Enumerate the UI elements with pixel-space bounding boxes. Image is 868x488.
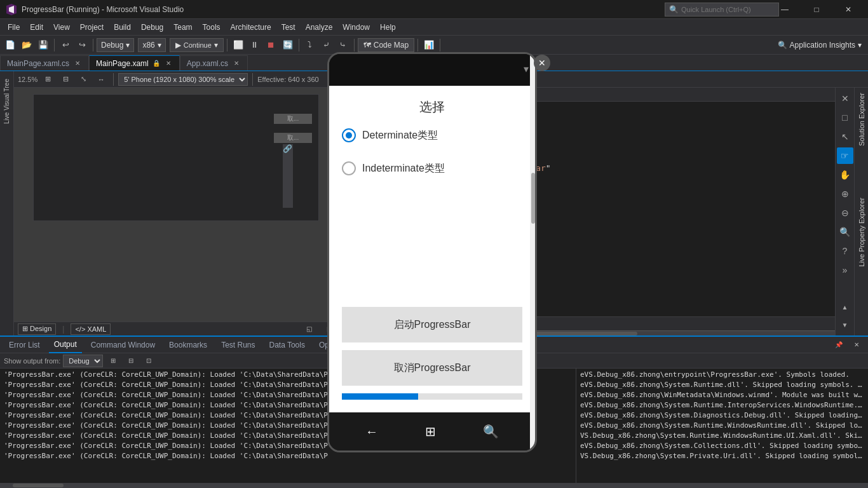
output-horizontal-scrollbar[interactable] [0,483,868,488]
pan-tool-icon[interactable]: ✋ [837,166,853,183]
output-pin-icon[interactable]: 📌 [831,337,846,353]
tab-command-window[interactable]: Command Window [86,337,160,353]
scroll-up-icon[interactable]: ▲ [837,299,853,315]
output-right-line-1: eVS.Debug_x86.zhong\entrypoint\ProgressB… [580,370,864,380]
phone-home-icon[interactable]: ⊞ [425,424,436,439]
snap-icon[interactable]: ⊟ [58,72,73,87]
tab-app-xaml-cs[interactable]: App.xaml.cs ✕ [180,55,248,71]
radio-determinate-dot [346,132,352,139]
tab-data-tools[interactable]: Data Tools [264,337,309,353]
solution-explorer-label[interactable]: Solution Explorer [858,88,865,151]
app-insights-button[interactable]: 🔍 Application Insights ▾ [774,38,865,52]
zoom-out-tool-icon[interactable]: ⊖ [837,205,853,221]
cancel-progressbar-button[interactable]: 取消ProgressBar [342,350,522,386]
phone-side-scrollbar[interactable] [530,54,535,451]
zoom-in-tool-icon[interactable]: ⊕ [837,186,853,202]
output-right-line-4: eVS.Debug_x86.zhong\System.Runtime.Inter… [580,400,864,410]
menu-debug[interactable]: Debug [136,19,168,36]
output-close-icon[interactable]: ✕ [849,337,864,353]
menu-team[interactable]: Team [168,19,197,36]
radio-indeterminate-circle[interactable] [342,161,356,175]
radio-indeterminate[interactable]: Indeterminate类型 [342,161,522,175]
continue-button[interactable]: ▶ ▶ Continue Continue ▾ [170,38,224,52]
tab-close-active-icon[interactable]: ✕ [164,59,173,68]
quick-launch-bar[interactable]: 🔍 [665,3,779,17]
phone-back-icon[interactable]: ← [365,424,378,439]
grid-icon[interactable]: ⊞ [40,72,55,87]
output-toolbar-btn1[interactable]: ⊞ [105,353,121,369]
phone-top-bar: ▾ [329,54,535,86]
step-over-icon[interactable]: ⤵ [302,37,318,53]
tab-error-list[interactable]: Error List [4,337,45,353]
menu-tools[interactable]: Tools [198,19,226,36]
output-toolbar-btn3[interactable]: ⊡ [141,353,156,369]
scroll-down-icon[interactable]: ▼ [837,316,853,333]
step-into-icon[interactable]: ⤶ [319,37,334,53]
menu-analyze[interactable]: Analyze [301,19,338,36]
platform-dropdown[interactable]: x86 ▾ [138,38,165,52]
close-button[interactable]: ✕ [834,0,863,19]
tab-output[interactable]: Output [49,337,82,353]
search-tool-icon[interactable]: 🔍 [837,224,853,240]
menu-build[interactable]: Build [109,19,136,36]
menu-view[interactable]: View [48,19,75,36]
menu-test[interactable]: Test [276,19,301,36]
output-scrollbar-thumb[interactable] [13,484,64,487]
tab-mainpage-xaml-cs[interactable]: MainPage.xaml.cs ✕ [0,55,89,71]
zoom-to-fit-icon[interactable]: ⤡ [76,72,91,87]
design-view-button[interactable]: ⊞ Design [18,323,56,335]
pointer-tool-icon[interactable]: ↖ [837,128,853,145]
menu-edit[interactable]: Edit [25,19,48,36]
menu-help[interactable]: Help [375,19,401,36]
phone-progress-bar [342,393,522,400]
scroll-icon[interactable]: ↔ [93,72,109,87]
diagnostics-icon[interactable]: 📊 [421,37,437,53]
menu-project[interactable]: Project [75,19,109,36]
pause-icon[interactable]: ⏸ [247,37,262,53]
tab-close-app-icon[interactable]: ✕ [232,59,241,68]
radio-determinate-circle[interactable] [342,128,356,142]
quick-launch-input[interactable] [681,6,775,13]
start-progressbar-button[interactable]: 启动ProgressBar [342,307,522,342]
breakpoints-icon[interactable]: ⬜ [231,37,246,53]
menu-window[interactable]: Window [337,19,375,36]
expand-panel-icon[interactable]: □ [837,109,853,126]
help-tool-icon[interactable]: ? [837,243,853,259]
xaml-view-button[interactable]: </> XAML [71,323,111,335]
new-project-icon[interactable]: 📄 [3,37,18,53]
open-file-icon[interactable]: 📂 [19,37,34,53]
more-tools-icon[interactable]: » [837,262,853,278]
tab-mainpage-xaml[interactable]: MainPage.xaml 🔒 ✕ [89,55,180,71]
codemap-button[interactable]: 🗺 Code Map [358,38,414,52]
designer-canvas[interactable]: 取... 取... 🔗 [14,88,341,322]
step-out-icon[interactable]: ⤷ [336,37,351,53]
restart-icon[interactable]: 🔄 [280,37,295,53]
live-property-explorer-label[interactable]: Live Property Explorer [858,193,865,272]
debug-config-dropdown[interactable]: Debug ▾ [97,38,134,52]
radio-determinate[interactable]: Determinate类型 [342,128,522,142]
save-icon[interactable]: 💾 [36,37,51,53]
menu-file[interactable]: File [3,19,25,36]
stop-icon[interactable]: ⏹ [264,37,279,53]
output-source-dropdown[interactable]: Debug [63,355,103,367]
device-selector[interactable]: 5' Phone (1920 x 1080) 300% scale [118,73,248,86]
link-icon: 🔗 [283,144,293,208]
expand-icon[interactable]: ◱ [301,322,316,336]
phone-scroll-thumb[interactable] [531,173,535,224]
output-toolbar-btn2[interactable]: ⊟ [123,353,139,369]
undo-icon[interactable]: ↩ [58,37,73,53]
tab-close-icon[interactable]: ✕ [73,59,82,68]
phone-close-button[interactable]: ✕ [534,55,550,71]
maximize-button[interactable]: □ [802,0,831,19]
phone-search-icon[interactable]: 🔍 [483,424,499,439]
tab-bookmarks[interactable]: Bookmarks [164,337,212,353]
close-panel-icon[interactable]: ✕ [837,90,853,107]
phone-screen: 选择 Determinate类型 Indeterminate类型 启动Progr… [329,86,535,412]
toolbar-separator-4 [299,39,299,51]
designer-sep [113,73,114,86]
hand-tool-icon[interactable]: ☞ [837,147,853,164]
redo-icon[interactable]: ↪ [74,37,90,53]
menu-architecture[interactable]: Architecture [226,19,276,36]
tab-test-runs[interactable]: Test Runs [216,337,260,353]
search-icon: 🔍 [669,5,679,14]
